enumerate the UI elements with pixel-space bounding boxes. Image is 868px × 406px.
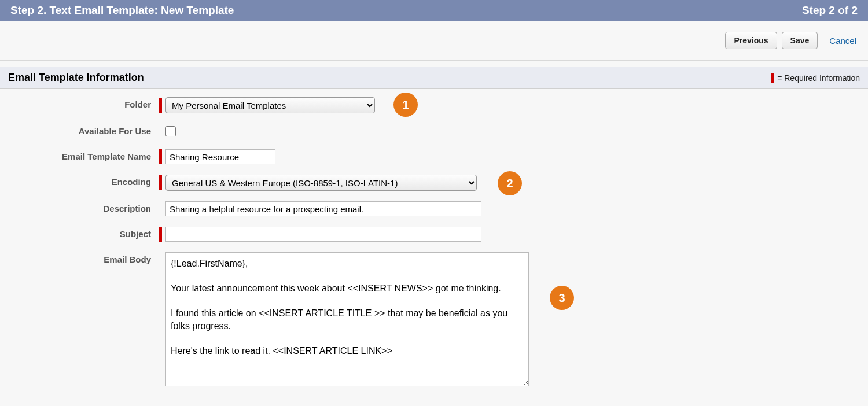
callout-3: 3	[550, 286, 574, 310]
body-label: Email Body	[0, 252, 159, 264]
cancel-link[interactable]: Cancel	[829, 36, 856, 46]
required-bar-icon	[159, 98, 162, 113]
row-body: Email Body 3	[0, 252, 868, 386]
required-mark-icon	[771, 73, 774, 83]
required-legend: = Required Information	[771, 73, 860, 83]
subject-input[interactable]	[165, 227, 481, 242]
required-bar-icon	[159, 149, 162, 164]
previous-button[interactable]: Previous	[725, 32, 777, 49]
encoding-select[interactable]: General US & Western Europe (ISO-8859-1,…	[165, 175, 477, 191]
subject-label: Subject	[0, 227, 159, 239]
row-subject: Subject	[0, 227, 868, 242]
section-header: Email Template Information = Required In…	[0, 67, 868, 89]
wizard-step: Step 2 of 2	[802, 4, 858, 17]
callout-1: 1	[393, 93, 418, 117]
folder-label: Folder	[0, 97, 159, 109]
encoding-label: Encoding	[0, 175, 159, 187]
row-description: Description	[0, 201, 868, 216]
form-area: Folder My Personal Email Templates 1 Ava…	[0, 89, 868, 406]
available-label: Available For Use	[0, 124, 159, 136]
name-label: Email Template Name	[0, 149, 159, 161]
callout-2: 2	[498, 171, 522, 195]
row-available: Available For Use	[0, 124, 868, 139]
wizard-title: Step 2. Text Email Template: New Templat…	[10, 4, 234, 17]
row-encoding: Encoding General US & Western Europe (IS…	[0, 175, 868, 191]
template-name-input[interactable]	[165, 149, 275, 164]
row-name: Email Template Name	[0, 149, 868, 164]
email-body-textarea[interactable]	[165, 252, 529, 386]
description-input[interactable]	[165, 201, 481, 216]
action-bar: Previous Save Cancel	[0, 21, 868, 61]
available-checkbox[interactable]	[165, 126, 176, 136]
required-legend-text: = Required Information	[777, 73, 860, 83]
save-button[interactable]: Save	[782, 32, 818, 49]
required-bar-icon	[159, 175, 162, 190]
row-folder: Folder My Personal Email Templates 1	[0, 97, 868, 113]
section-title: Email Template Information	[8, 72, 144, 84]
wizard-header: Step 2. Text Email Template: New Templat…	[0, 0, 868, 21]
description-label: Description	[0, 201, 159, 213]
required-bar-icon	[159, 227, 162, 242]
folder-select[interactable]: My Personal Email Templates	[165, 97, 375, 113]
